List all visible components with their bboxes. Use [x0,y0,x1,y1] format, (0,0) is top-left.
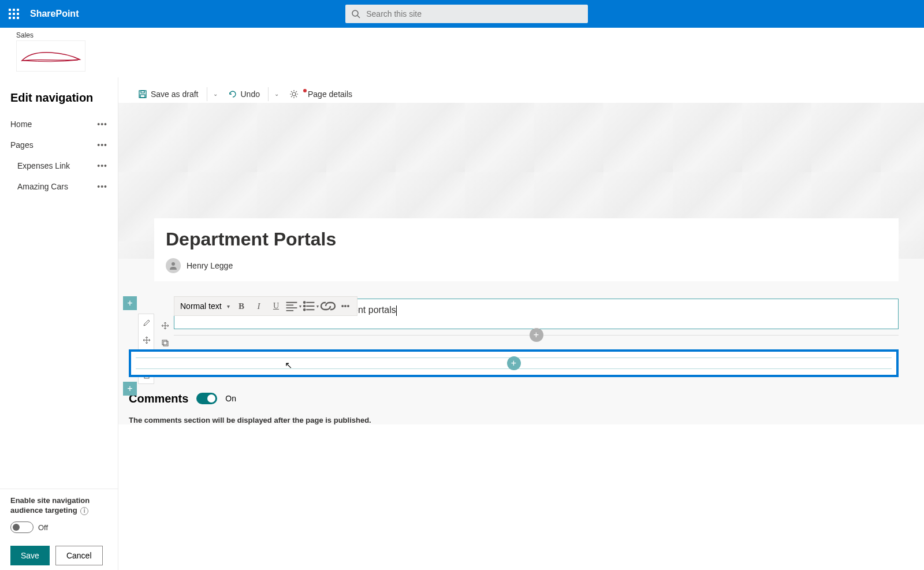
more-icon[interactable]: ••• [97,140,107,150]
nav-item-label: Expenses Link [17,161,70,170]
cancel-button[interactable]: Cancel [55,546,103,565]
comments-title: Comments [129,392,188,405]
align-left-icon [285,300,298,312]
search-input[interactable] [345,5,588,23]
notification-dot-icon [303,89,307,92]
section-2-selected[interactable]: + ↖ [129,349,899,377]
svg-rect-1 [13,9,15,11]
more-formatting-button[interactable]: ••• [337,298,353,314]
svg-point-22 [304,301,305,303]
page-canvas: Department Portals Henry Legge + [118,103,924,424]
nav-list: Home ••• Pages ••• Expenses Link ••• Ama… [0,114,118,489]
text-style-select[interactable]: Normal text [178,300,232,312]
site-label[interactable]: Sales [16,31,908,39]
nav-item-label: Pages [10,140,33,150]
list-button[interactable]: ▾ [303,298,319,314]
page-details-button[interactable]: Page details [284,86,358,102]
svg-rect-2 [17,9,19,11]
page-title[interactable]: Department Portals [166,229,887,250]
svg-point-23 [304,305,305,307]
byline: Henry Legge [166,258,887,273]
edit-navigation-title: Edit navigation [0,77,118,114]
svg-rect-6 [9,17,11,19]
list-icon [303,300,315,312]
nav-item-label: Home [10,120,32,129]
svg-rect-4 [13,13,15,15]
audience-label-l1: Enable site navigation [10,496,90,505]
nav-item-amazing-cars[interactable]: Amazing Cars ••• [0,176,118,197]
car-logo-icon [19,47,83,65]
comments-toggle[interactable] [196,393,217,404]
save-as-draft-button[interactable]: Save as draft [132,86,204,102]
add-section-button[interactable]: + [123,296,137,310]
chevron-down-icon[interactable]: ⌄ [271,91,282,97]
pencil-icon [143,319,151,327]
undo-button[interactable]: Undo [222,86,266,102]
svg-point-14 [292,92,296,96]
left-pane-footer: Enable site navigation audience targetin… [0,489,118,570]
author-name[interactable]: Henry Legge [187,261,233,270]
move-icon [143,336,151,344]
app-name[interactable]: SharePoint [30,9,79,19]
italic-button[interactable]: I [251,298,267,314]
page-editor: Save as draft ⌄ Undo ⌄ Page details Depa… [118,77,924,570]
audience-label-l2: audience targeting [10,506,77,515]
gear-icon [289,90,299,99]
comments-toggle-row: Comments On [129,392,924,405]
separator [207,87,207,101]
save-as-draft-label: Save as draft [151,90,199,99]
svg-point-15 [172,262,175,266]
title-block: Department Portals Henry Legge [154,218,899,281]
nav-item-expenses-link[interactable]: Expenses Link ••• [0,155,118,176]
separator [268,87,269,101]
link-icon [320,298,336,314]
nav-item-pages[interactable]: Pages ••• [0,135,118,155]
chevron-down-icon[interactable]: ⌄ [210,91,221,97]
more-icon[interactable]: ••• [97,120,107,129]
svg-point-9 [352,10,358,16]
left-navigation-pane: Edit navigation Home ••• Pages ••• Expen… [0,77,118,570]
suite-bar: SharePoint [0,0,924,28]
align-button[interactable]: ▾ [285,298,301,314]
text-toolbar: Normal text B I U ▾ ▾ [174,296,357,316]
underline-button[interactable]: U [268,298,284,314]
section-1: + Normal text [138,299,899,336]
svg-point-24 [304,309,305,311]
add-section-button[interactable]: + [123,382,137,396]
edit-section-button[interactable] [139,314,155,331]
move-webpart-button[interactable] [158,317,173,334]
empty-column[interactable]: + [136,357,892,369]
command-bar: Save as draft ⌄ Undo ⌄ Page details [118,77,924,103]
svg-rect-19 [162,340,167,345]
audience-targeting-toggle[interactable] [10,521,33,533]
svg-rect-3 [9,13,11,15]
link-button[interactable] [320,298,336,314]
svg-rect-13 [140,95,145,98]
add-webpart-button[interactable]: + [507,356,521,370]
move-icon [161,322,169,330]
info-icon[interactable]: i [80,507,88,515]
avatar[interactable] [166,258,181,273]
svg-line-10 [357,16,360,18]
move-section-button[interactable] [139,331,155,349]
svg-rect-7 [13,17,15,19]
comments-note: The comments section will be displayed a… [129,416,924,424]
site-logo[interactable] [16,40,85,72]
more-icon[interactable]: ••• [97,182,107,191]
bold-button[interactable]: B [233,298,249,314]
undo-label: Undo [241,90,260,99]
add-webpart-button[interactable]: + [530,328,543,342]
toggle-state-label: Off [38,523,48,532]
svg-rect-0 [9,9,11,11]
app-launcher[interactable] [0,0,28,28]
waffle-icon [9,9,19,19]
text-cursor [396,306,397,316]
svg-rect-8 [17,17,19,19]
svg-rect-12 [141,91,144,93]
more-icon[interactable]: ••• [97,161,107,170]
site-header: Sales [0,28,924,77]
copy-icon [161,339,169,347]
save-button[interactable]: Save [10,546,50,565]
save-icon [138,90,147,99]
nav-item-home[interactable]: Home ••• [0,114,118,135]
